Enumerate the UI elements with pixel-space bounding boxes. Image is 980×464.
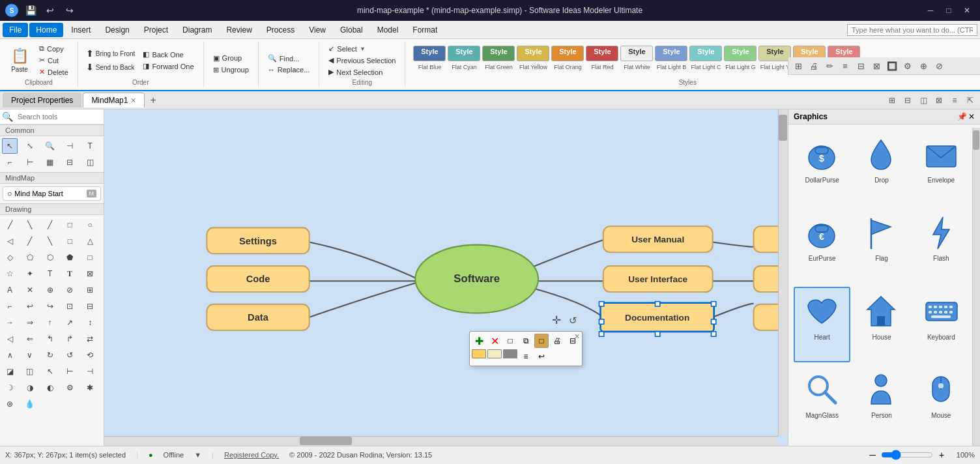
- graphic-keyboard[interactable]: Keyboard: [913, 287, 970, 362]
- rp-btn-2[interactable]: 🖨: [807, 59, 821, 73]
- draw-tool-46[interactable]: ☽: [2, 380, 18, 396]
- rp-btn-7[interactable]: 🔲: [885, 59, 899, 73]
- draw-tool-arrow5[interactable]: ↕: [82, 315, 98, 330]
- draw-tool-42[interactable]: ◫: [22, 364, 38, 379]
- tool-7[interactable]: ⊢: [22, 154, 38, 170]
- graphic-eurpurse[interactable]: € EurPurse: [794, 208, 850, 283]
- rp-btn-5[interactable]: ⊟: [854, 59, 868, 73]
- draw-tool-rect[interactable]: □: [62, 217, 78, 233]
- draw-tool-21[interactable]: ✕: [22, 282, 38, 298]
- forward-one-button[interactable]: ◨ Forward One: [139, 61, 197, 72]
- rp-btn-4[interactable]: ≡: [838, 59, 852, 73]
- delete-button[interactable]: ✕ Delete: [35, 66, 72, 78]
- graphic-magnifier[interactable]: MagnGlass: [794, 365, 850, 441]
- ct-lines[interactable]: ≡: [519, 349, 533, 364]
- draw-tool-circle[interactable]: ○: [82, 217, 98, 233]
- draw-tool-37[interactable]: ∨: [22, 347, 38, 363]
- menu-model[interactable]: Model: [371, 23, 405, 37]
- tb-redo[interactable]: ↪: [63, 3, 77, 18]
- draw-tool-44[interactable]: ⊢: [62, 364, 78, 379]
- draw-tool-10[interactable]: ◇: [2, 250, 18, 265]
- tool-6[interactable]: ⌐: [2, 154, 18, 170]
- canvas-scrollbar-horizontal[interactable]: [104, 436, 778, 446]
- send-to-back-button[interactable]: ⬇ Send to Back: [83, 61, 138, 74]
- find-button[interactable]: 🔍 Find...: [264, 53, 314, 64]
- ungroup-button[interactable]: ⊞ Ungroup: [209, 65, 253, 76]
- style-btn-4[interactable]: Style: [551, 46, 584, 61]
- tab-toolbar-icon-1[interactable]: ⊞: [885, 93, 899, 108]
- connection-dropdown[interactable]: ▼: [194, 451, 201, 459]
- draw-tool-29[interactable]: ⊟: [82, 298, 98, 314]
- menu-format[interactable]: Format: [406, 23, 444, 37]
- zoom-slider[interactable]: [881, 450, 933, 460]
- draw-tool-star[interactable]: ☆: [2, 266, 18, 282]
- ct-color-1[interactable]: [472, 349, 486, 358]
- draw-tool-34[interactable]: ↱: [62, 331, 78, 347]
- mind-map-start-button[interactable]: ○ Mind Map Start M: [3, 186, 101, 201]
- draw-tool-49[interactable]: ⚙: [62, 380, 78, 396]
- ct-color-3[interactable]: [503, 349, 517, 358]
- draw-tool-39[interactable]: ↺: [62, 347, 78, 363]
- draw-tool-35[interactable]: ⇄: [82, 331, 98, 347]
- draw-tool-40[interactable]: ⟲: [82, 347, 98, 363]
- graphic-house[interactable]: House: [853, 287, 910, 362]
- draw-tool-A[interactable]: A: [2, 282, 18, 298]
- tab-toolbar-icon-5[interactable]: ≡: [947, 93, 962, 108]
- menu-review[interactable]: Review: [220, 23, 258, 37]
- tools-search-input[interactable]: [15, 111, 104, 122]
- draw-tool-18[interactable]: 𝐓: [62, 266, 78, 282]
- tab-toolbar-icon-4[interactable]: ⊠: [932, 93, 946, 108]
- graphic-envelope[interactable]: Envelope: [913, 130, 970, 205]
- tool-10[interactable]: ◫: [82, 154, 98, 170]
- draw-tool-12[interactable]: ⬡: [42, 250, 58, 265]
- graphic-flag[interactable]: Flag: [853, 208, 910, 283]
- draw-tool-1[interactable]: ╱: [2, 217, 18, 233]
- scroll-thumb-v[interactable]: [779, 115, 787, 141]
- style-btn-9[interactable]: Style: [724, 46, 757, 61]
- menu-global[interactable]: Global: [334, 23, 369, 37]
- draw-tool-drop[interactable]: 💧: [22, 396, 38, 412]
- rp-btn-9[interactable]: ⊕: [916, 59, 930, 73]
- tool-5[interactable]: T: [82, 138, 98, 154]
- rp-btn-8[interactable]: ⚙: [901, 59, 915, 73]
- menu-insert[interactable]: Insert: [65, 23, 97, 37]
- bring-to-front-button[interactable]: ⬆ Bring to Front: [83, 47, 138, 60]
- registered-copy-link[interactable]: Registered Copy.: [224, 451, 279, 459]
- rp-btn-6[interactable]: ⊠: [869, 59, 884, 73]
- menu-design[interactable]: Design: [98, 23, 136, 37]
- tool-4[interactable]: ⊣: [62, 138, 78, 154]
- graphic-heart[interactable]: Heart: [794, 287, 850, 362]
- draw-tool-51[interactable]: ⊛: [2, 396, 18, 412]
- tab-toolbar-icon-6[interactable]: ⇱: [963, 93, 977, 108]
- tool-2[interactable]: ⤡: [22, 138, 38, 154]
- draw-tool-33[interactable]: ↰: [42, 331, 58, 347]
- tab-project-properties[interactable]: Project Properties: [3, 93, 81, 108]
- menu-process[interactable]: Process: [260, 23, 301, 37]
- tool-pointer[interactable]: ↖: [2, 138, 18, 154]
- menu-view[interactable]: View: [302, 23, 332, 37]
- minimize-button[interactable]: ─: [923, 5, 938, 16]
- cut-button[interactable]: ✂ Cut: [35, 55, 72, 66]
- graphic-person[interactable]: Person: [853, 365, 910, 441]
- draw-tool-13[interactable]: ⬟: [62, 250, 78, 265]
- right-scroll-thumb[interactable]: [973, 130, 979, 150]
- draw-tool-41[interactable]: ◪: [2, 364, 18, 379]
- canvas-area[interactable]: Settings Code Data Software User Manual …: [104, 109, 788, 446]
- select-button[interactable]: ↙ Select ▼: [324, 43, 399, 54]
- add-tab-button[interactable]: +: [146, 93, 160, 108]
- ct-delete-button[interactable]: ✕: [487, 334, 502, 348]
- draw-tool-19[interactable]: ⊠: [82, 266, 98, 282]
- paste-button[interactable]: 📋 Paste: [5, 45, 34, 76]
- draw-tool-14[interactable]: □: [82, 250, 98, 265]
- graphic-mouse[interactable]: Mouse: [913, 365, 970, 441]
- draw-tool-16[interactable]: ✦: [22, 266, 38, 282]
- ct-color-2[interactable]: [487, 349, 502, 358]
- ct-5[interactable]: □: [534, 334, 549, 348]
- style-btn-5[interactable]: Style: [586, 46, 618, 61]
- draw-tool-5[interactable]: ◁: [2, 233, 18, 249]
- style-btn-6[interactable]: Style: [620, 46, 653, 61]
- panel-close-button[interactable]: ✕: [968, 112, 975, 121]
- draw-tool-3[interactable]: ╱: [42, 217, 58, 233]
- draw-tool-arrow4[interactable]: ↗: [62, 315, 78, 330]
- style-btn-8[interactable]: Style: [689, 46, 722, 61]
